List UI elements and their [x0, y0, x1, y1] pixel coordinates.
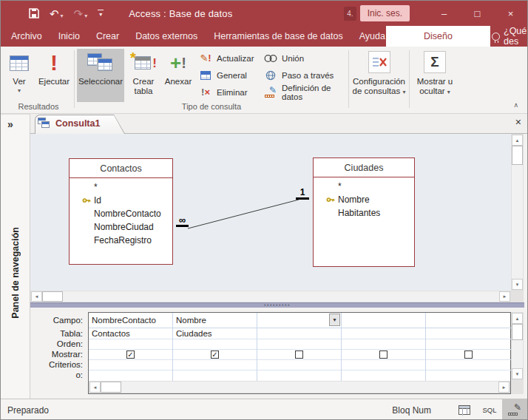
grid-hscrollbar[interactable]: ◄ ►: [89, 381, 510, 393]
redo-button[interactable]: ↷▾: [74, 8, 88, 19]
campo-cell[interactable]: [342, 313, 425, 328]
design-vscrollbar[interactable]: ▲ ▼: [511, 134, 524, 291]
mostrar-checkbox[interactable]: [379, 350, 387, 359]
criterios-cell[interactable]: [89, 360, 172, 370]
table-card-contactos[interactable]: Contactos * Id NombreContacto NombreCiud…: [69, 158, 173, 265]
pass-through-button[interactable]: Paso a través: [262, 67, 348, 84]
datasheet-view-button[interactable]: [452, 399, 477, 420]
sql-view-button[interactable]: SQL: [477, 399, 502, 420]
tab-datos-externos[interactable]: Datos externos: [127, 26, 206, 47]
view-button[interactable]: Ver ▾: [4, 49, 35, 102]
mostrar-cell[interactable]: [426, 350, 511, 360]
close-document-icon[interactable]: ×: [515, 116, 521, 128]
save-button[interactable]: [29, 8, 39, 18]
campo-cell[interactable]: [426, 313, 511, 328]
orden-cell[interactable]: [342, 339, 425, 350]
union-button[interactable]: Unión: [262, 50, 348, 67]
navigation-pane[interactable]: » Panel de navegación: [1, 114, 30, 399]
scroll-right-icon[interactable]: ►: [498, 382, 510, 393]
crosstab-button[interactable]: General: [197, 67, 260, 84]
field-row[interactable]: NombreContacto: [70, 207, 172, 220]
collapse-ribbon-button[interactable]: ∧: [513, 101, 518, 109]
sign-in-button[interactable]: Inic. ses.: [360, 5, 410, 21]
mostrar-cell[interactable]: ✓: [89, 350, 172, 360]
field-row[interactable]: Id: [70, 194, 172, 207]
scroll-up-icon[interactable]: ▲: [512, 313, 523, 324]
tab-crear[interactable]: Crear: [88, 26, 127, 47]
scroll-thumb[interactable]: [42, 291, 63, 302]
campo-cell[interactable]: Nombre: [173, 313, 257, 328]
undo-button[interactable]: ↶▾: [50, 8, 64, 19]
mostrar-checkbox[interactable]: ✓: [126, 350, 135, 359]
field-row[interactable]: FechaRegistro: [70, 234, 172, 247]
user-badge[interactable]: 4.: [344, 7, 356, 21]
tab-archivo[interactable]: Archivo: [3, 26, 50, 47]
query-setup-button[interactable]: Configuración de consultas ▾: [350, 49, 408, 102]
expand-nav-pane-icon[interactable]: »: [7, 118, 13, 130]
orden-cell[interactable]: [89, 339, 172, 350]
criterios-cell[interactable]: [426, 360, 511, 370]
tabla-cell[interactable]: [342, 328, 425, 339]
tabla-cell[interactable]: [257, 328, 341, 339]
undo-dropdown-icon[interactable]: ▾: [61, 13, 64, 19]
criterios-cell[interactable]: [257, 360, 341, 370]
field-row[interactable]: *: [70, 180, 172, 194]
grid-vscrollbar[interactable]: ▲ ▼: [511, 312, 524, 380]
o-cell[interactable]: [89, 370, 172, 381]
criterios-cell[interactable]: [173, 360, 257, 370]
scroll-down-icon[interactable]: ▼: [512, 279, 523, 290]
tabla-cell[interactable]: Contactos: [89, 328, 172, 339]
mostrar-checkbox[interactable]: [464, 350, 473, 359]
maximize-button[interactable]: □: [461, 1, 494, 26]
field-dropdown-button[interactable]: ▾: [329, 314, 340, 326]
o-cell[interactable]: [257, 370, 341, 381]
o-cell[interactable]: [426, 370, 511, 381]
mostrar-cell[interactable]: [257, 350, 341, 360]
select-query-button[interactable]: Seleccionar: [77, 49, 124, 102]
scroll-thumb[interactable]: [101, 382, 121, 393]
tab-diseno-active[interactable]: Diseño: [386, 26, 490, 47]
make-table-button[interactable]: * ! Crear tabla: [126, 49, 161, 102]
table-card-ciudades[interactable]: Ciudades * Nombre Habitantes: [313, 158, 415, 267]
field-row[interactable]: Habitantes: [314, 206, 414, 220]
mostrar-checkbox[interactable]: ✓: [211, 350, 219, 359]
orden-cell[interactable]: [426, 339, 511, 350]
o-cell[interactable]: [173, 370, 257, 381]
mostrar-checkbox[interactable]: [295, 350, 303, 359]
campo-cell-active[interactable]: ▾: [257, 313, 341, 328]
scroll-left-icon[interactable]: ◄: [31, 291, 42, 302]
scroll-up-icon[interactable]: ▲: [512, 135, 523, 146]
tell-me-box[interactable]: ¿Qué des: [492, 26, 527, 47]
delete-button[interactable]: !× Eliminar: [197, 84, 260, 101]
tab-inicio[interactable]: Inicio: [50, 26, 88, 47]
append-button[interactable]: + ! Anexar: [161, 49, 195, 102]
update-button[interactable]: ✎! Actualizar: [197, 50, 260, 67]
tabla-cell[interactable]: Ciudades: [173, 328, 257, 339]
campo-cell[interactable]: NombreContacto: [89, 313, 172, 328]
mostrar-cell[interactable]: [342, 350, 425, 360]
data-definition-button[interactable]: ✎ Definición de datos: [262, 84, 348, 101]
close-button[interactable]: ×: [494, 1, 527, 26]
o-cell[interactable]: [342, 370, 425, 381]
tab-herramientas[interactable]: Herramientas de base de datos: [206, 26, 351, 47]
scroll-right-icon[interactable]: ►: [499, 291, 510, 302]
scroll-thumb[interactable]: [512, 324, 523, 340]
tabla-cell[interactable]: [426, 328, 511, 339]
field-row[interactable]: NombreCiudad: [70, 220, 172, 234]
mostrar-cell[interactable]: ✓: [173, 350, 257, 360]
show-hide-button[interactable]: Σ Mostrar u ocultar ▾: [410, 49, 459, 102]
run-button[interactable]: ! Ejecutar: [35, 49, 73, 102]
minimize-button[interactable]: –: [427, 1, 461, 26]
scroll-thumb[interactable]: [512, 146, 523, 165]
field-row[interactable]: *: [314, 180, 414, 193]
field-row[interactable]: Nombre: [314, 193, 414, 206]
scroll-down-icon[interactable]: ▼: [512, 368, 523, 379]
customize-qat-button[interactable]: ▾: [98, 10, 104, 18]
design-view-button[interactable]: ✎: [502, 399, 527, 420]
orden-cell[interactable]: [257, 339, 341, 350]
design-hscrollbar[interactable]: ◄ ►: [30, 291, 511, 302]
criterios-cell[interactable]: [342, 360, 425, 370]
pane-splitter[interactable]: ·········: [30, 302, 524, 308]
scroll-left-icon[interactable]: ◄: [89, 382, 101, 393]
orden-cell[interactable]: [173, 339, 257, 350]
